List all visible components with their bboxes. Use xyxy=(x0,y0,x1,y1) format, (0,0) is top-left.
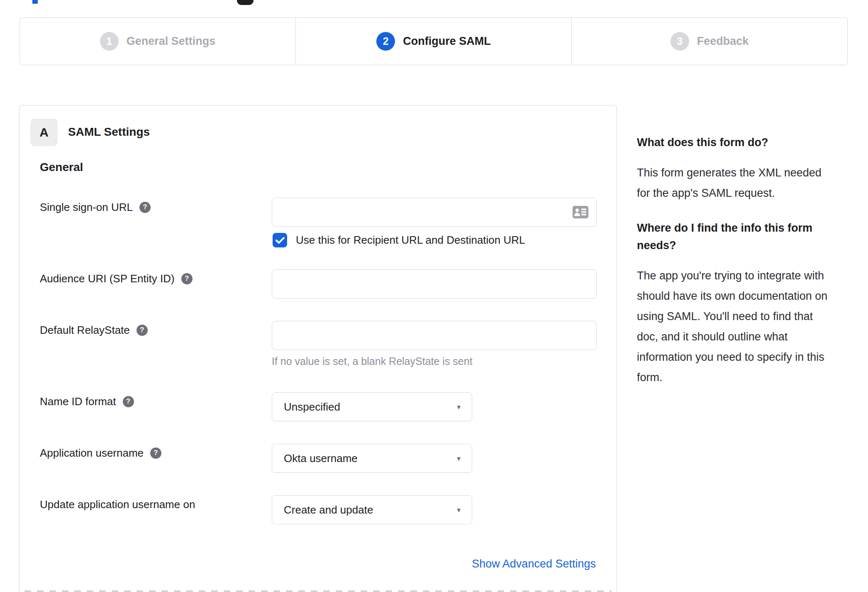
step-label: Configure SAML xyxy=(403,35,490,48)
sso-url-field-wrap xyxy=(272,198,597,227)
help-icon[interactable] xyxy=(137,325,148,336)
help-sidebar: What does this form do? This form genera… xyxy=(637,134,855,404)
label-text: Default RelayState xyxy=(40,324,130,337)
chevron-down-icon xyxy=(456,455,472,462)
help-icon[interactable] xyxy=(150,448,161,459)
step-number-badge: 2 xyxy=(376,32,395,51)
relaystate-field-wrap xyxy=(272,321,597,350)
step-label: Feedback xyxy=(697,35,749,48)
step-number-badge: 1 xyxy=(100,32,119,51)
step-feedback[interactable]: 3 Feedback xyxy=(571,18,847,65)
label-text: Name ID format xyxy=(40,395,116,408)
recipient-url-checkbox-label: Use this for Recipient URL and Destinati… xyxy=(296,233,525,247)
help-icon[interactable] xyxy=(123,396,134,407)
label-text: Audience URI (SP Entity ID) xyxy=(40,272,175,285)
update-username-on-select[interactable]: Create and update xyxy=(272,495,472,524)
sso-url-input[interactable] xyxy=(272,198,597,227)
select-value: Unspecified xyxy=(272,401,456,413)
chevron-down-icon xyxy=(456,507,472,513)
relaystate-hint: If no value is set, a blank RelayState i… xyxy=(272,355,473,367)
step-configure-saml[interactable]: 2 Configure SAML xyxy=(295,18,571,65)
check-icon xyxy=(276,237,285,244)
label-text: Single sign-on URL xyxy=(40,201,133,214)
select-value: Create and update xyxy=(272,504,456,516)
audience-uri-field-wrap xyxy=(272,269,597,298)
section-dashed-divider xyxy=(24,590,612,592)
label-text: Application username xyxy=(40,447,144,460)
recipient-url-checkbox[interactable] xyxy=(273,233,287,247)
saml-settings-panel: A SAML Settings General Single sign-on U… xyxy=(19,105,617,592)
application-username-label: Application username xyxy=(40,446,161,460)
label-text: Update application username on xyxy=(40,498,195,511)
step-general-settings[interactable]: 1 General Settings xyxy=(20,18,295,65)
help-icon[interactable] xyxy=(139,202,151,213)
relaystate-label: Default RelayState xyxy=(40,323,148,337)
application-username-select[interactable]: Okta username xyxy=(272,444,472,473)
configure-saml-page: 1 General Settings 2 Configure SAML 3 Fe… xyxy=(0,0,868,592)
show-advanced-settings-link[interactable]: Show Advanced Settings xyxy=(472,558,596,570)
sidebar-question-1: What does this form do? xyxy=(637,134,855,151)
name-id-format-select[interactable]: Unspecified xyxy=(272,392,472,421)
chevron-down-icon xyxy=(456,404,472,410)
sidebar-question-2: Where do I find the info this form needs… xyxy=(637,219,855,254)
cutoff-app-icon-fragment xyxy=(237,0,254,5)
cutoff-blue-fragment xyxy=(32,0,38,4)
step-label: General Settings xyxy=(127,35,216,48)
section-title: SAML Settings xyxy=(68,125,150,139)
sidebar-answer-1: This form generates the XML needed for t… xyxy=(637,163,855,203)
step-number-badge: 3 xyxy=(671,32,689,51)
name-id-format-label: Name ID format xyxy=(40,394,134,409)
sso-url-label: Single sign-on URL xyxy=(40,200,151,214)
contact-card-icon[interactable] xyxy=(573,206,588,218)
help-icon[interactable] xyxy=(181,273,193,284)
update-username-on-label: Update application username on xyxy=(40,497,195,511)
section-badge: A xyxy=(30,119,58,146)
audience-uri-label: Audience URI (SP Entity ID) xyxy=(40,272,193,286)
select-value: Okta username xyxy=(272,452,456,465)
wizard-stepper: 1 General Settings 2 Configure SAML 3 Fe… xyxy=(20,17,848,65)
sidebar-answer-2: The app you're trying to integrate with … xyxy=(637,266,855,388)
general-group-heading: General xyxy=(40,161,83,174)
relaystate-input[interactable] xyxy=(272,321,597,350)
audience-uri-input[interactable] xyxy=(272,269,597,298)
